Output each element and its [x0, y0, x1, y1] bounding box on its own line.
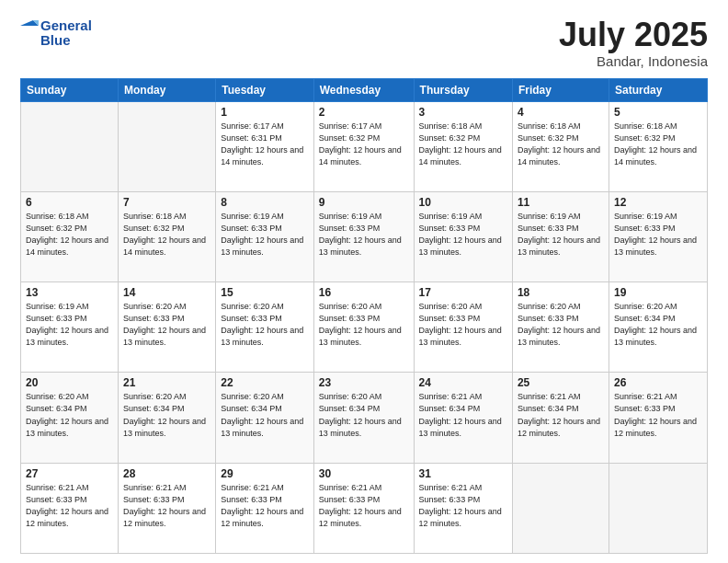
calendar-cell: 17Sunrise: 6:20 AMSunset: 6:33 PMDayligh… — [414, 282, 512, 373]
weekday-header-saturday: Saturday — [609, 78, 707, 101]
weekday-header-row: SundayMondayTuesdayWednesdayThursdayFrid… — [21, 78, 708, 101]
day-info: Sunrise: 6:19 AMSunset: 6:33 PMDaylight:… — [221, 211, 309, 259]
day-info: Sunrise: 6:21 AMSunset: 6:33 PMDaylight:… — [419, 482, 507, 530]
day-info: Sunrise: 6:21 AMSunset: 6:34 PMDaylight:… — [518, 391, 604, 439]
calendar-cell: 28Sunrise: 6:21 AMSunset: 6:33 PMDayligh… — [118, 463, 215, 553]
day-number: 8 — [221, 196, 309, 209]
calendar-cell: 29Sunrise: 6:21 AMSunset: 6:33 PMDayligh… — [216, 463, 314, 553]
day-info: Sunrise: 6:20 AMSunset: 6:33 PMDaylight:… — [123, 301, 210, 349]
calendar-cell: 13Sunrise: 6:19 AMSunset: 6:33 PMDayligh… — [21, 282, 119, 373]
calendar-cell: 19Sunrise: 6:20 AMSunset: 6:34 PMDayligh… — [609, 282, 707, 373]
calendar-cell: 31Sunrise: 6:21 AMSunset: 6:33 PMDayligh… — [414, 463, 512, 553]
day-info: Sunrise: 6:19 AMSunset: 6:33 PMDaylight:… — [518, 211, 604, 259]
calendar-cell: 3Sunrise: 6:18 AMSunset: 6:32 PMDaylight… — [414, 101, 512, 191]
day-info: Sunrise: 6:20 AMSunset: 6:34 PMDaylight:… — [26, 391, 113, 439]
day-number: 31 — [419, 467, 507, 480]
day-number: 9 — [319, 196, 409, 209]
calendar-location: Bandar, Indonesia — [559, 53, 708, 69]
day-number: 2 — [319, 106, 409, 119]
calendar-cell — [609, 463, 707, 553]
day-info: Sunrise: 6:18 AMSunset: 6:32 PMDaylight:… — [518, 121, 604, 168]
day-number: 18 — [518, 286, 604, 299]
day-info: Sunrise: 6:20 AMSunset: 6:34 PMDaylight:… — [221, 391, 309, 439]
calendar-cell: 16Sunrise: 6:20 AMSunset: 6:33 PMDayligh… — [313, 282, 414, 373]
weekday-header-tuesday: Tuesday — [216, 78, 314, 101]
day-number: 29 — [221, 467, 309, 480]
day-number: 4 — [518, 106, 604, 119]
day-number: 24 — [419, 376, 507, 389]
calendar-cell: 14Sunrise: 6:20 AMSunset: 6:33 PMDayligh… — [118, 282, 215, 373]
day-info: Sunrise: 6:20 AMSunset: 6:33 PMDaylight:… — [221, 301, 309, 349]
calendar-title: July 2025 — [559, 17, 708, 53]
logo: General Blue — [20, 17, 92, 50]
logo-bird-icon — [20, 17, 39, 50]
calendar-cell: 12Sunrise: 6:19 AMSunset: 6:33 PMDayligh… — [609, 191, 707, 282]
day-number: 26 — [614, 376, 702, 389]
week-row-5: 27Sunrise: 6:21 AMSunset: 6:33 PMDayligh… — [21, 463, 708, 553]
day-number: 5 — [614, 106, 702, 119]
calendar-cell: 18Sunrise: 6:20 AMSunset: 6:33 PMDayligh… — [512, 282, 609, 373]
weekday-header-monday: Monday — [118, 78, 215, 101]
title-block: July 2025 Bandar, Indonesia — [559, 17, 708, 69]
calendar-cell: 11Sunrise: 6:19 AMSunset: 6:33 PMDayligh… — [512, 191, 609, 282]
day-info: Sunrise: 6:18 AMSunset: 6:32 PMDaylight:… — [614, 121, 702, 168]
day-number: 10 — [419, 196, 507, 209]
weekday-header-friday: Friday — [512, 78, 609, 101]
day-info: Sunrise: 6:20 AMSunset: 6:34 PMDaylight:… — [614, 301, 702, 349]
day-number: 21 — [123, 376, 210, 389]
calendar-cell — [118, 101, 215, 191]
week-row-4: 20Sunrise: 6:20 AMSunset: 6:34 PMDayligh… — [21, 373, 708, 463]
day-number: 30 — [319, 467, 409, 480]
day-info: Sunrise: 6:19 AMSunset: 6:33 PMDaylight:… — [319, 211, 409, 259]
day-number: 12 — [614, 196, 702, 209]
calendar-cell: 25Sunrise: 6:21 AMSunset: 6:34 PMDayligh… — [512, 373, 609, 463]
week-row-3: 13Sunrise: 6:19 AMSunset: 6:33 PMDayligh… — [21, 282, 708, 373]
calendar-table: SundayMondayTuesdayWednesdayThursdayFrid… — [20, 78, 708, 554]
day-number: 15 — [221, 286, 309, 299]
logo-text-general: General — [40, 18, 92, 34]
calendar-cell: 15Sunrise: 6:20 AMSunset: 6:33 PMDayligh… — [216, 282, 314, 373]
calendar-cell — [512, 463, 609, 553]
day-info: Sunrise: 6:19 AMSunset: 6:33 PMDaylight:… — [419, 211, 507, 259]
day-number: 19 — [614, 286, 702, 299]
day-info: Sunrise: 6:20 AMSunset: 6:34 PMDaylight:… — [319, 391, 409, 439]
day-number: 28 — [123, 467, 210, 480]
calendar-cell: 21Sunrise: 6:20 AMSunset: 6:34 PMDayligh… — [118, 373, 215, 463]
calendar-cell: 2Sunrise: 6:17 AMSunset: 6:32 PMDaylight… — [313, 101, 414, 191]
day-number: 22 — [221, 376, 309, 389]
day-number: 6 — [26, 196, 113, 209]
calendar-cell: 9Sunrise: 6:19 AMSunset: 6:33 PMDaylight… — [313, 191, 414, 282]
day-number: 11 — [518, 196, 604, 209]
day-info: Sunrise: 6:21 AMSunset: 6:33 PMDaylight:… — [123, 482, 210, 530]
calendar-cell: 27Sunrise: 6:21 AMSunset: 6:33 PMDayligh… — [21, 463, 119, 553]
day-number: 1 — [221, 106, 309, 119]
calendar-cell: 1Sunrise: 6:17 AMSunset: 6:31 PMDaylight… — [216, 101, 314, 191]
calendar-cell: 24Sunrise: 6:21 AMSunset: 6:34 PMDayligh… — [414, 373, 512, 463]
day-number: 25 — [518, 376, 604, 389]
calendar-cell: 10Sunrise: 6:19 AMSunset: 6:33 PMDayligh… — [414, 191, 512, 282]
day-info: Sunrise: 6:18 AMSunset: 6:32 PMDaylight:… — [26, 211, 113, 259]
weekday-header-wednesday: Wednesday — [313, 78, 414, 101]
calendar-cell: 23Sunrise: 6:20 AMSunset: 6:34 PMDayligh… — [313, 373, 414, 463]
day-info: Sunrise: 6:21 AMSunset: 6:33 PMDaylight:… — [26, 482, 113, 530]
day-info: Sunrise: 6:19 AMSunset: 6:33 PMDaylight:… — [614, 211, 702, 259]
day-number: 17 — [419, 286, 507, 299]
day-number: 27 — [26, 467, 113, 480]
calendar-cell: 4Sunrise: 6:18 AMSunset: 6:32 PMDaylight… — [512, 101, 609, 191]
day-number: 3 — [419, 106, 507, 119]
calendar-cell: 8Sunrise: 6:19 AMSunset: 6:33 PMDaylight… — [216, 191, 314, 282]
calendar-cell: 5Sunrise: 6:18 AMSunset: 6:32 PMDaylight… — [609, 101, 707, 191]
calendar-cell: 30Sunrise: 6:21 AMSunset: 6:33 PMDayligh… — [313, 463, 414, 553]
day-info: Sunrise: 6:21 AMSunset: 6:33 PMDaylight:… — [319, 482, 409, 530]
day-info: Sunrise: 6:20 AMSunset: 6:33 PMDaylight:… — [319, 301, 409, 349]
logo-container: General Blue — [20, 17, 92, 50]
day-number: 7 — [123, 196, 210, 209]
day-number: 14 — [123, 286, 210, 299]
calendar-cell: 7Sunrise: 6:18 AMSunset: 6:32 PMDaylight… — [118, 191, 215, 282]
week-row-1: 1Sunrise: 6:17 AMSunset: 6:31 PMDaylight… — [21, 101, 708, 191]
day-number: 13 — [26, 286, 113, 299]
day-info: Sunrise: 6:18 AMSunset: 6:32 PMDaylight:… — [123, 211, 210, 259]
calendar-cell — [21, 101, 119, 191]
weekday-header-thursday: Thursday — [414, 78, 512, 101]
day-info: Sunrise: 6:21 AMSunset: 6:34 PMDaylight:… — [419, 391, 507, 439]
